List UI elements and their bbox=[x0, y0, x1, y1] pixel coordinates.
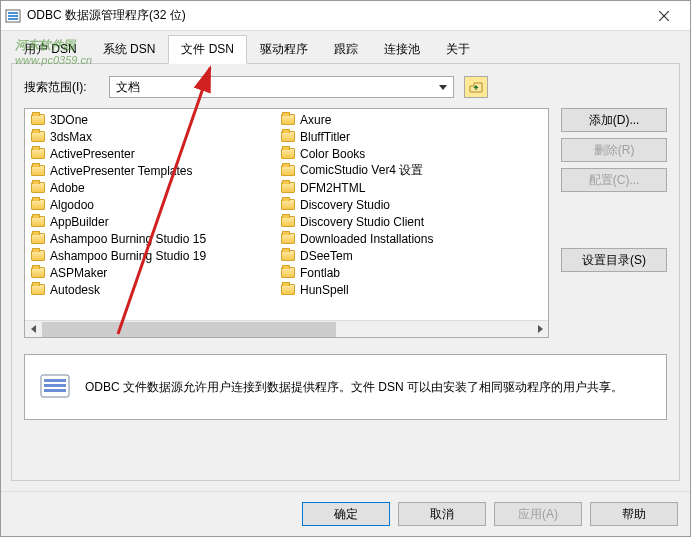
folder-icon bbox=[31, 250, 45, 261]
list-item[interactable]: Discovery Studio Client bbox=[275, 213, 525, 230]
list-col-1: 3DOne3dsMaxActivePresenterActivePresente… bbox=[25, 109, 275, 320]
info-box: ODBC 文件数据源允许用户连接到数据提供程序。文件 DSN 可以由安装了相同驱… bbox=[24, 354, 667, 420]
folder-icon bbox=[31, 199, 45, 210]
list-item[interactable]: Autodesk bbox=[25, 281, 275, 298]
window-root: ODBC 数据源管理程序(32 位) 用户 DSN 系统 DSN 文件 DSN … bbox=[0, 0, 691, 537]
list-item[interactable]: Downloaded Installations bbox=[275, 230, 525, 247]
tab-file-dsn[interactable]: 文件 DSN bbox=[168, 35, 247, 64]
tab-system-dsn[interactable]: 系统 DSN bbox=[90, 35, 169, 64]
app-icon bbox=[5, 8, 21, 24]
tab-about[interactable]: 关于 bbox=[433, 35, 483, 64]
list-item[interactable]: AppBuilder bbox=[25, 213, 275, 230]
list-item[interactable]: Discovery Studio bbox=[275, 196, 525, 213]
list-item[interactable]: HunSpell bbox=[275, 281, 525, 298]
add-button[interactable]: 添加(D)... bbox=[561, 108, 667, 132]
folder-icon bbox=[31, 284, 45, 295]
tab-trace[interactable]: 跟踪 bbox=[321, 35, 371, 64]
list-item-label: Fontlab bbox=[300, 266, 340, 280]
list-item-label: DFM2HTML bbox=[300, 181, 365, 195]
list-item-label: Discovery Studio Client bbox=[300, 215, 424, 229]
folder-icon bbox=[31, 233, 45, 244]
list-item-label: Algodoo bbox=[50, 198, 94, 212]
list-item[interactable]: Ashampoo Burning Studio 19 bbox=[25, 247, 275, 264]
list-item-label: Ashampoo Burning Studio 19 bbox=[50, 249, 206, 263]
tab-user-dsn[interactable]: 用户 DSN bbox=[11, 35, 90, 64]
tab-drivers[interactable]: 驱动程序 bbox=[247, 35, 321, 64]
list-item-label: DSeeTem bbox=[300, 249, 353, 263]
list-item[interactable]: Color Books bbox=[275, 145, 525, 162]
folder-icon bbox=[281, 131, 295, 142]
folder-icon bbox=[281, 233, 295, 244]
close-button[interactable] bbox=[641, 2, 686, 30]
search-label: 搜索范围(I): bbox=[24, 79, 99, 96]
scroll-left-button[interactable] bbox=[25, 321, 42, 338]
folder-icon bbox=[281, 182, 295, 193]
configure-button[interactable]: 配置(C)... bbox=[561, 168, 667, 192]
svg-rect-8 bbox=[44, 384, 66, 387]
svg-rect-2 bbox=[8, 15, 18, 17]
list-item[interactable]: BluffTitler bbox=[275, 128, 525, 145]
list-item[interactable]: ActivePresenter bbox=[25, 145, 275, 162]
delete-button[interactable]: 删除(R) bbox=[561, 138, 667, 162]
list-item-label: 3dsMax bbox=[50, 130, 92, 144]
svg-rect-7 bbox=[44, 379, 66, 382]
folder-list[interactable]: 3DOne3dsMaxActivePresenterActivePresente… bbox=[24, 108, 549, 338]
horizontal-scrollbar[interactable] bbox=[25, 320, 548, 337]
tab-strip: 用户 DSN 系统 DSN 文件 DSN 驱动程序 跟踪 连接池 关于 bbox=[1, 31, 690, 64]
list-item-label: Adobe bbox=[50, 181, 85, 195]
list-item[interactable]: DFM2HTML bbox=[275, 179, 525, 196]
folder-icon bbox=[281, 199, 295, 210]
svg-rect-3 bbox=[8, 18, 18, 20]
list-item[interactable]: Adobe bbox=[25, 179, 275, 196]
list-item[interactable]: Fontlab bbox=[275, 264, 525, 281]
setdir-button[interactable]: 设置目录(S) bbox=[561, 248, 667, 272]
search-scope-dropdown[interactable]: 文档 bbox=[109, 76, 454, 98]
list-item[interactable]: 3dsMax bbox=[25, 128, 275, 145]
list-item-label: Discovery Studio bbox=[300, 198, 390, 212]
action-column: 添加(D)... 删除(R) 配置(C)... 设置目录(S) bbox=[561, 108, 667, 338]
svg-rect-1 bbox=[8, 12, 18, 14]
folder-icon bbox=[31, 114, 45, 125]
folder-icon bbox=[281, 250, 295, 261]
scroll-track[interactable] bbox=[42, 321, 531, 338]
svg-rect-9 bbox=[44, 389, 66, 392]
folder-icon bbox=[281, 267, 295, 278]
list-columns: 3DOne3dsMaxActivePresenterActivePresente… bbox=[25, 109, 548, 320]
help-button[interactable]: 帮助 bbox=[590, 502, 678, 526]
folder-icon bbox=[31, 131, 45, 142]
up-folder-button[interactable] bbox=[464, 76, 488, 98]
cancel-button[interactable]: 取消 bbox=[398, 502, 486, 526]
scroll-thumb[interactable] bbox=[42, 322, 336, 337]
apply-button[interactable]: 应用(A) bbox=[494, 502, 582, 526]
folder-icon bbox=[31, 216, 45, 227]
list-item[interactable]: Axure bbox=[275, 111, 525, 128]
list-item-label: Axure bbox=[300, 113, 331, 127]
main-row: 3DOne3dsMaxActivePresenterActivePresente… bbox=[24, 108, 667, 338]
folder-icon bbox=[281, 148, 295, 159]
tab-pool[interactable]: 连接池 bbox=[371, 35, 433, 64]
ok-button[interactable]: 确定 bbox=[302, 502, 390, 526]
list-item-label: Ashampoo Burning Studio 15 bbox=[50, 232, 206, 246]
scroll-right-button[interactable] bbox=[531, 321, 548, 338]
search-scope-value: 文档 bbox=[116, 79, 140, 96]
folder-icon bbox=[31, 148, 45, 159]
list-item[interactable]: Ashampoo Burning Studio 15 bbox=[25, 230, 275, 247]
list-item-label: Color Books bbox=[300, 147, 365, 161]
list-item[interactable]: Algodoo bbox=[25, 196, 275, 213]
spacer bbox=[561, 198, 667, 242]
titlebar: ODBC 数据源管理程序(32 位) bbox=[1, 1, 690, 31]
list-item[interactable]: ComicStudio Ver4 设置 bbox=[275, 162, 525, 179]
list-item[interactable]: 3DOne bbox=[25, 111, 275, 128]
list-col-2: AxureBluffTitlerColor BooksComicStudio V… bbox=[275, 109, 525, 320]
list-item[interactable]: ActivePresenter Templates bbox=[25, 162, 275, 179]
dialog-buttons: 确定 取消 应用(A) 帮助 bbox=[1, 491, 690, 536]
tab-panel: 搜索范围(I): 文档 3DOne3dsMaxActivePresenterAc… bbox=[11, 63, 680, 481]
list-item[interactable]: DSeeTem bbox=[275, 247, 525, 264]
search-row: 搜索范围(I): 文档 bbox=[24, 76, 667, 98]
folder-icon bbox=[31, 267, 45, 278]
list-item-label: Downloaded Installations bbox=[300, 232, 433, 246]
list-item[interactable]: ASPMaker bbox=[25, 264, 275, 281]
info-text: ODBC 文件数据源允许用户连接到数据提供程序。文件 DSN 可以由安装了相同驱… bbox=[85, 379, 623, 396]
folder-icon bbox=[281, 284, 295, 295]
list-item-label: 3DOne bbox=[50, 113, 88, 127]
